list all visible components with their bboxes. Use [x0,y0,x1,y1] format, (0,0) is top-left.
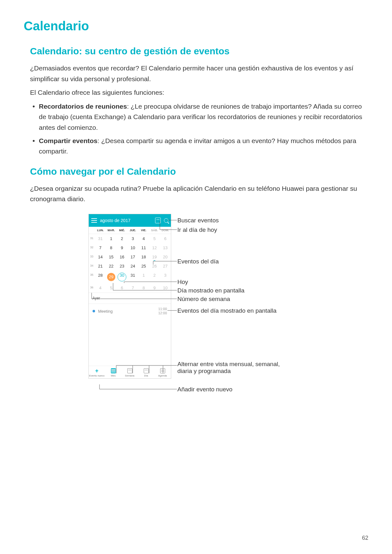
calendar-day[interactable]: 29 [106,271,117,283]
calendar-day[interactable]: 9 [117,243,127,252]
calendar-day[interactable]: 27 [160,262,171,271]
calendar-day[interactable]: 16 [117,252,127,262]
calendar-day[interactable]: 5 [106,283,117,292]
bullet-item: Recordatorios de reuniones: ¿Le preocupa… [30,101,368,133]
callout-search: Buscar eventos [178,217,219,224]
bullet-bold: Recordatorios de reuniones [39,103,127,110]
calendar-day[interactable]: 8 [138,283,149,292]
section1-title: Calendario: su centro de gestión de even… [30,46,368,57]
callout-shown-day: Día mostrado en pantalla [178,287,244,294]
calendar-day[interactable]: 9 [149,283,160,292]
week-number: 34 [89,262,95,271]
calendar-day[interactable]: 13 [160,243,171,252]
event-name: Meeting [98,309,158,314]
header-month: agosto de 2017 [100,218,155,223]
menu-icon[interactable] [91,218,97,223]
week-number: 36 [89,283,95,292]
calendar-day[interactable]: 24 [127,262,138,271]
calendar-day[interactable]: 23 [117,262,127,271]
search-icon[interactable] [164,218,168,223]
agenda-icon [160,368,165,373]
calendar-day[interactable]: 1 [106,234,117,243]
day-icon [144,368,149,373]
calendar-day[interactable]: 17 [127,252,138,262]
week-number: 31 [89,234,95,243]
calendar-day[interactable]: 12 [149,243,160,252]
calendar-grid[interactable]: 3131123456327891011121333141516171819••2… [89,234,171,292]
calendar-day[interactable]: 1 [138,271,149,283]
today-icon[interactable] [155,218,161,223]
callout-shown-events: Eventos del día mostrado en pantalla [178,307,277,314]
weekday-label: VIE. [138,227,149,234]
weekday-label: SÁB. [149,227,160,234]
weekday-label: DOM. [160,227,171,234]
event-row[interactable]: Meeting 11:00 12:00 [89,304,171,318]
calendar-day[interactable]: 4 [95,283,106,292]
calendar-day[interactable]: 2 [117,234,127,243]
calendar-day[interactable]: 28 [95,271,106,283]
calendar-day[interactable]: 21 [95,262,106,271]
agenda-view-button[interactable]: Agenda [154,368,171,377]
week-number: 32 [89,243,95,252]
week-icon [127,368,132,373]
calendar-day[interactable]: 5 [149,234,160,243]
calendar-day[interactable]: 31 [127,271,138,283]
calendar-day[interactable]: 7 [95,243,106,252]
calendar-day[interactable]: 4 [138,234,149,243]
calendar-day[interactable]: 7 [127,283,138,292]
week-number: 35 [89,271,95,283]
month-view-button[interactable]: Mes [105,368,122,377]
calendar-phone-mock: agosto de 2017 LUN. MAR. MIÉ. JUE. VIE. [88,214,171,379]
calendar-day[interactable]: 26 [149,262,160,271]
calendar-day[interactable]: 6 [117,283,127,292]
calendar-day[interactable]: 2 [149,271,160,283]
page-number: 62 [362,535,368,541]
calendar-day[interactable]: 6 [160,234,171,243]
bullet-item: Compartir eventos: ¿Desea compartir su a… [30,135,368,157]
weekday-label: MIÉ. [117,227,127,234]
calendar-day[interactable]: 30 [117,271,127,283]
month-icon [111,368,116,373]
section1-para2: El Calendario ofrece las siguientes func… [30,87,368,98]
callout-week-num: Número de semana [178,296,230,303]
week-view-button[interactable]: Semana [122,368,138,377]
weekday-label: MAR. [106,227,117,234]
calendar-day[interactable]: 20 [160,252,171,262]
plus-icon: + [95,368,99,374]
calendar-day[interactable]: 15 [106,252,117,262]
bullet-bold: Compartir eventos [39,137,98,144]
calendar-day[interactable]: 25 [138,262,149,271]
section2-title: Cómo navegar por el Calendario [30,166,368,177]
weekday-row: LUN. MAR. MIÉ. JUE. VIE. SÁB. DOM. [89,227,171,234]
section2-para1: ¿Desea organizar su ocupada rutina? Prue… [30,183,368,204]
week-number: 33 [89,252,95,262]
calendar-day[interactable]: 14 [95,252,106,262]
calendar-day[interactable]: 22 [106,262,117,271]
calendar-day[interactable]: 8 [106,243,117,252]
event-dot-icon [93,310,95,312]
calendar-day[interactable]: 10 [160,283,171,292]
section1-bullets: Recordatorios de reuniones: ¿Le preocupa… [30,101,368,157]
bottom-bar: + Evento nuevo Mes Semana [89,366,171,378]
calendar-day[interactable]: 18 [138,252,149,262]
callout-today-day: Hoy [178,279,188,286]
callout-views: Alternar entre vista mensual, semanal, d… [178,361,291,375]
day-view-button[interactable]: Día [138,368,154,377]
new-event-button[interactable]: + Evento nuevo [89,368,105,377]
event-time: 11:00 12:00 [158,307,167,315]
weekday-label: LUN. [95,227,106,234]
callout-new-event: Añadir evento nuevo [178,386,232,393]
phone-header: agosto de 2017 [89,214,171,227]
event-list-header: Ayer [89,293,171,304]
section1-para1: ¿Demasiados eventos que recordar? El Cal… [30,63,368,84]
callout-day-events: Eventos del día [178,258,219,265]
callout-today: Ir al día de hoy [178,226,217,233]
calendar-day[interactable]: 19•• [149,252,160,262]
page-title: Calendario [24,19,368,33]
calendar-day[interactable]: 31 [95,234,106,243]
calendar-day[interactable]: 10 [127,243,138,252]
weekday-label: JUE. [127,227,138,234]
calendar-day[interactable]: 3 [127,234,138,243]
calendar-day[interactable]: 11 [138,243,149,252]
calendar-day[interactable]: 3 [160,271,171,283]
